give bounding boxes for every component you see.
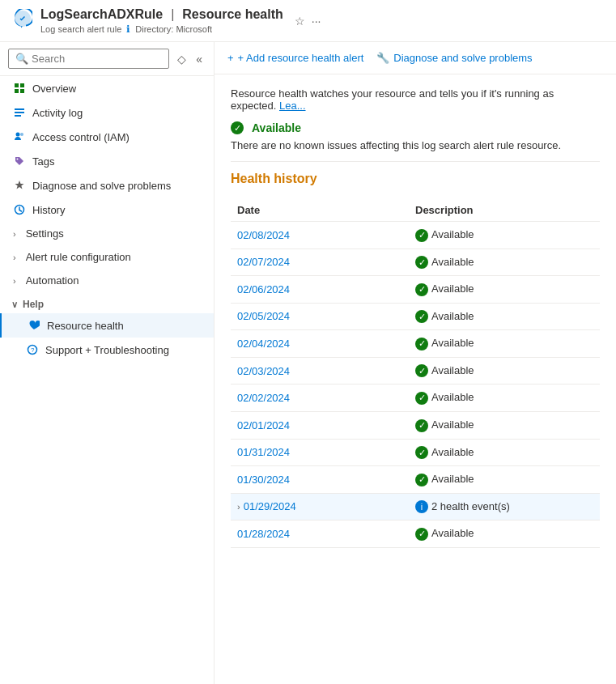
search-input[interactable] [32,53,162,65]
available-text: Available [431,283,474,295]
table-row: 02/01/2024✓Available [231,411,600,439]
date-cell[interactable]: 02/04/2024 [231,330,409,358]
svg-rect-4 [15,108,24,110]
alert-rule-chevron-icon: › [13,253,16,262]
description-cell: i2 health event(s) [409,493,600,520]
health-history-table: Date Description 02/08/2024✓Available02/… [231,199,600,548]
add-alert-button[interactable]: + + Add resource health alert [227,49,363,67]
description-cell: ✓Available [409,330,600,358]
svg-text:?: ? [31,346,35,354]
expand-row-button[interactable]: › [237,502,240,512]
svg-point-7 [16,133,20,137]
info-icon: ℹ [126,23,130,35]
description-cell: ✓Available [409,276,600,304]
table-row: 02/03/2024✓Available [231,357,600,384]
sidebar-item-tags[interactable]: Tags [0,149,214,173]
available-text: Available [431,391,474,403]
available-check-icon: ✓ [415,528,428,541]
overview-icon [13,82,26,95]
date-cell[interactable]: ›01/29/2024 [231,493,409,520]
date-cell[interactable]: 02/02/2024 [231,384,409,412]
date-text: 02/08/2024 [237,229,290,241]
collapse-icon[interactable]: ◇ [174,51,189,67]
sidebar-item-label: Settings [26,227,64,240]
add-alert-label: + Add resource health alert [238,52,364,64]
available-check-icon: ✓ [415,256,428,269]
search-actions: ◇ « [174,51,206,67]
sidebar-item-resource-health[interactable]: Resource health [0,313,214,338]
sidebar-item-activity-log[interactable]: Activity log [0,100,214,125]
available-check-icon: ✓ [415,283,428,296]
support-icon: ? [26,343,39,356]
date-cell[interactable]: 02/03/2024 [231,357,409,384]
diagnose-button[interactable]: 🔧 Diagnose and solve problems [376,49,532,67]
info-link[interactable]: Lea... [279,100,306,112]
description-cell: ✓Available [409,439,600,466]
sidebar-item-automation[interactable]: › Automation [0,269,214,292]
svg-rect-0 [15,83,19,87]
date-text: 02/06/2024 [237,283,290,295]
tags-icon [13,155,26,168]
date-text: 01/30/2024 [237,474,290,486]
available-check-icon: ✓ [415,419,428,432]
table-row: 02/02/2024✓Available [231,384,600,412]
header-separator: | [171,7,174,22]
sidebar-item-overview[interactable]: Overview [0,76,214,100]
date-cell[interactable]: 02/06/2024 [231,276,409,304]
available-check-icon: ✓ [415,310,428,323]
resource-type-label: Log search alert rule [40,24,121,34]
table-row: 02/07/2024✓Available [231,249,600,276]
table-row: 02/06/2024✓Available [231,276,600,304]
page-header: LogSearchADXRule | Resource health Log s… [0,0,616,42]
header-page-title: Resource health [182,7,283,22]
search-input-wrap[interactable]: 🔍 [8,49,169,69]
date-text: 02/02/2024 [237,392,290,404]
sidebar-item-support[interactable]: ? Support + Troubleshooting [0,338,214,362]
date-cell[interactable]: 02/01/2024 [231,411,409,439]
description-column-header: Description [409,199,600,222]
diagnose-icon [13,179,26,192]
date-cell[interactable]: 01/31/2024 [231,439,409,466]
available-check-icon: ✓ [415,364,428,377]
available-text: Available [431,473,474,485]
status-row: ✓ Available [231,121,600,134]
sidebar-item-label: Diagnose and solve problems [32,180,171,192]
available-check-icon: ✓ [415,474,428,486]
header-actions: ☆ ··· [295,15,321,28]
sidebar: 🔍 ◇ « Overview Activity log [0,42,215,684]
sidebar-item-history[interactable]: History [0,198,214,222]
date-cell[interactable]: 02/07/2024 [231,249,409,276]
search-bar: 🔍 ◇ « [0,42,214,76]
events-info-icon: i [415,500,428,513]
sidebar-item-label: Support + Troubleshooting [45,344,169,356]
chevron-left-icon[interactable]: « [193,51,206,67]
toolbar: + + Add resource health alert 🔧 Diagnose… [215,42,616,74]
help-section-header[interactable]: ∨ Help [0,292,214,313]
date-cell[interactable]: 02/05/2024 [231,303,409,330]
sidebar-item-access-control[interactable]: Access control (IAM) [0,125,214,149]
sidebar-item-label: Alert rule configuration [26,251,131,263]
svg-rect-2 [15,89,19,93]
resource-name-text: LogSearchADXRule [40,7,163,22]
date-text: 02/04/2024 [237,338,290,350]
date-text: 02/07/2024 [237,256,290,268]
sidebar-item-alert-rule[interactable]: › Alert rule configuration [0,245,214,269]
favorite-icon[interactable]: ☆ [295,15,305,28]
sidebar-item-diagnose[interactable]: Diagnose and solve problems [0,173,214,198]
search-icon: 🔍 [15,53,28,65]
directory-label: Directory: Microsoft [135,24,212,34]
header-title-block: LogSearchADXRule | Resource health Log s… [40,7,283,35]
sidebar-item-label: Automation [26,274,79,287]
description-cell: ✓Available [409,222,600,249]
description-cell: ✓Available [409,520,600,548]
date-cell[interactable]: 02/08/2024 [231,222,409,249]
events-text: 2 health event(s) [431,500,510,512]
sidebar-item-settings[interactable]: › Settings [0,222,214,245]
status-label: Available [252,121,301,134]
more-options-icon[interactable]: ··· [312,15,321,28]
svg-rect-5 [15,112,24,113]
date-cell[interactable]: 01/28/2024 [231,520,409,548]
activity-log-icon [13,106,26,119]
diagnose-icon: 🔧 [376,52,389,64]
date-cell[interactable]: 01/30/2024 [231,466,409,494]
